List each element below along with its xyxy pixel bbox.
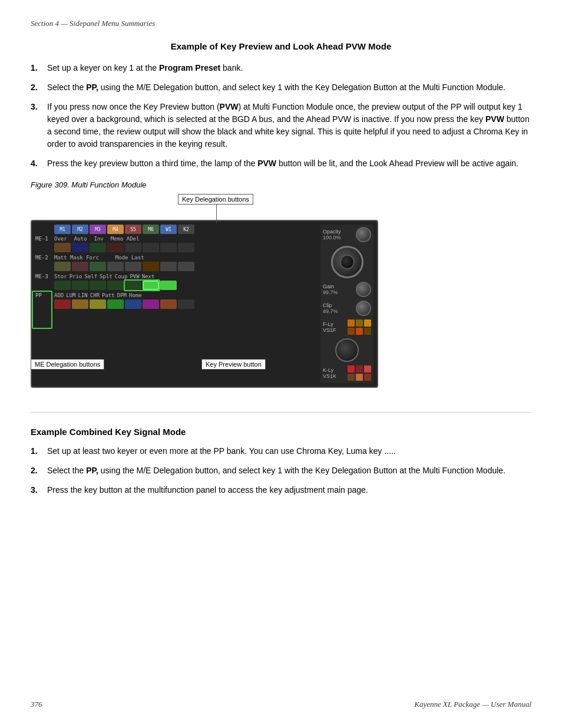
me1-btn3[interactable]	[90, 243, 106, 252]
key-btn3[interactable]	[364, 365, 371, 373]
page-footer: 376 Kayenne XL Package — User Manual	[31, 700, 531, 709]
mfm-diagram-wrapper: Key Delegation buttons M1 M2 M3 M4 S5 M6	[31, 194, 531, 383]
callout-top-label: Key Delegation buttons	[178, 194, 253, 205]
callout-line-top	[216, 205, 217, 223]
me1-label-row: ME-1 Over Auto Inv Memo ADel	[35, 236, 318, 242]
key-section: K-Ly VS1K	[323, 365, 371, 381]
opacity-label: Opacity	[323, 229, 353, 235]
btn-m4[interactable]: M4	[107, 225, 124, 234]
btn-k2[interactable]: K2	[178, 225, 194, 234]
me3-label-row: ME-3 Stor Prio Self Splt Coup PVW Next	[35, 274, 318, 279]
section2-steps: 1. Set up at least two keyer or even mor…	[31, 445, 531, 496]
btn-w1[interactable]: W1	[160, 225, 177, 234]
page-header: Section 4 — Sidepanel Menu Summaries	[31, 19, 155, 28]
fly-btn3[interactable]	[364, 319, 371, 327]
me2-label: ME-2	[35, 255, 53, 261]
pp-btn4[interactable]	[107, 299, 124, 309]
fly-btn6[interactable]	[364, 328, 371, 335]
step-text: Set up a keyer on key 1 at the Program P…	[47, 62, 531, 74]
me3-btn3[interactable]	[90, 281, 106, 290]
me2-btn8[interactable]	[178, 262, 194, 271]
key-btn2[interactable]	[356, 365, 363, 373]
jog-wheel[interactable]	[331, 246, 363, 278]
btn-s5[interactable]: S5	[125, 225, 141, 234]
clip-knob[interactable]	[356, 301, 371, 316]
step-text: Press the key button at the multifunctio…	[47, 484, 531, 496]
me1-btn5[interactable]	[125, 243, 141, 252]
me2-btn5[interactable]	[125, 262, 141, 271]
step-text: Select the PP, using the M/E Delegation …	[47, 465, 531, 477]
callout-bottom-right-label: Key Preview button	[201, 359, 266, 370]
gain-labels: Gain 99.7%	[323, 284, 353, 295]
fly-btn4[interactable]	[348, 328, 355, 335]
list-item: 2. Select the PP, using the M/E Delegati…	[31, 81, 531, 94]
me1-btn4[interactable]	[107, 243, 124, 252]
opacity-knob[interactable]	[356, 227, 371, 242]
me3-btn2[interactable]	[72, 281, 88, 290]
me1-btn6[interactable]	[143, 243, 159, 252]
list-item: 3. Press the key button at the multifunc…	[31, 484, 531, 496]
fly-btn5[interactable]	[356, 328, 363, 335]
pp-btn7[interactable]	[160, 299, 177, 309]
top-button-row: M1 M2 M3 M4 S5 M6 W1 K2	[35, 225, 318, 234]
btn-m2[interactable]: M2	[72, 225, 88, 234]
me2-btn4[interactable]	[107, 262, 124, 271]
opacity-labels: Opacity 100.0%	[323, 229, 353, 241]
pp-btn8[interactable]	[178, 299, 194, 309]
me1-btn7[interactable]	[160, 243, 177, 252]
step-text: If you press now once the Key Preview bu…	[47, 101, 531, 150]
pp-btn1[interactable]	[54, 299, 71, 309]
header-text: Section 4 — Sidepanel Menu Summaries	[31, 19, 155, 28]
bold-text: PVW	[220, 102, 239, 111]
btn-m3[interactable]: M3	[90, 225, 106, 234]
btn-m1[interactable]: M1	[54, 225, 71, 234]
opacity-control: Opacity 100.0%	[323, 227, 371, 242]
me3-button-row	[35, 281, 318, 290]
list-item: 4. Press the key preview button a third …	[31, 157, 531, 170]
pp-btn3[interactable]	[90, 299, 106, 309]
list-item: 2. Select the PP, using the M/E Delegati…	[31, 465, 531, 477]
me1-btn1[interactable]	[54, 243, 71, 252]
step-number: 4.	[31, 157, 47, 170]
jog-wheel-2[interactable]	[335, 338, 359, 362]
gain-control: Gain 99.7%	[323, 282, 371, 297]
list-item: 1. Set up a keyer on key 1 at the Progra…	[31, 62, 531, 74]
callout-bottom-left-container: ME Delegation buttons	[31, 359, 104, 370]
pp-btn5[interactable]	[125, 299, 141, 309]
me2-btn3[interactable]	[90, 262, 106, 271]
me3-btn-pvw[interactable]	[143, 281, 159, 290]
me3-label: ME-3	[35, 274, 53, 279]
me3-btn5[interactable]	[125, 281, 141, 290]
key-btn6[interactable]	[364, 374, 371, 381]
doc-title: Kayenne XL Package — User Manual	[414, 700, 531, 709]
me2-btn7[interactable]	[160, 262, 177, 271]
pp-btn2[interactable]	[72, 299, 88, 309]
me1-btn2[interactable]	[72, 243, 88, 252]
me3-btn4[interactable]	[107, 281, 124, 290]
key-btn4[interactable]	[348, 374, 355, 381]
me1-btn8[interactable]	[178, 243, 194, 252]
me3-btn1[interactable]	[54, 281, 71, 290]
me2-btn2[interactable]	[72, 262, 88, 271]
me2-btn1[interactable]	[54, 262, 71, 271]
fly-section: F-Ly VS1F	[323, 319, 371, 335]
me2-btn6[interactable]	[143, 262, 159, 271]
key-btn1[interactable]	[348, 365, 355, 373]
callout-bottom-right-container: Key Preview button	[201, 359, 266, 370]
step-number: 3.	[31, 101, 47, 150]
key-btn5[interactable]	[356, 374, 363, 381]
clip-control: Clip 49.7%	[323, 301, 371, 316]
gain-knob[interactable]	[356, 282, 371, 297]
clip-value: 49.7%	[323, 308, 353, 314]
fly-btn1[interactable]	[348, 319, 355, 327]
callout-bottom-left-label: ME Delegation buttons	[31, 359, 104, 370]
section2-title: Example Combined Key Signal Mode	[31, 427, 531, 437]
btn-m6[interactable]: M6	[143, 225, 159, 234]
fly-btn2[interactable]	[356, 319, 363, 327]
me2-label-row: ME-2 Matt Mask Forc Mode Last	[35, 255, 318, 261]
pp-btn6[interactable]	[143, 299, 159, 309]
step-number: 1.	[31, 62, 47, 74]
step-text: Press the key preview button a third tim…	[47, 157, 531, 170]
jog-wheel-inner	[340, 255, 355, 269]
me3-btn-next[interactable]	[160, 281, 177, 290]
